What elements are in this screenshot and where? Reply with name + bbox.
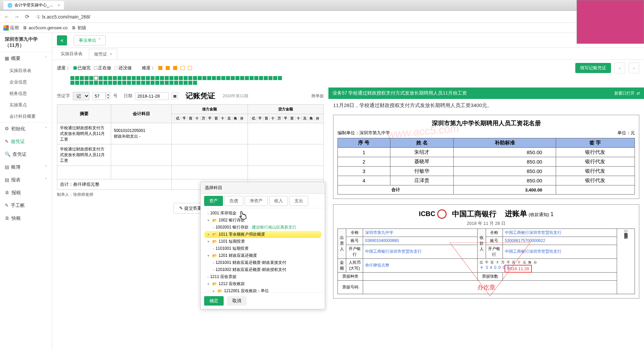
progress-cell[interactable] [103,76,107,80]
progress-cell[interactable] [212,76,216,80]
progress-cell[interactable] [89,76,93,80]
voucher-date-input[interactable] [135,92,169,100]
progress-cell[interactable] [108,76,112,80]
progress-cell[interactable] [273,76,277,80]
progress-cell[interactable] [155,76,159,80]
progress-cell[interactable] [94,76,98,80]
progress-cell[interactable] [193,76,197,80]
sidebar-item-focus[interactable]: 实操重点 [0,99,52,111]
voucher-char-select[interactable]: 记 [73,92,90,100]
progress-cell[interactable] [146,81,150,85]
sidebar-section-reports[interactable]: ▤报表 ˅ [0,174,52,186]
progress-cell[interactable] [174,81,178,85]
close-icon[interactable]: × [110,51,112,57]
progress-cell[interactable] [169,81,173,85]
progress-cell[interactable] [264,76,268,80]
popup-tab[interactable]: 净资产 [245,196,268,206]
sidebar-section-overview[interactable]: ▦概要 ˄ [0,52,52,65]
progress-cell[interactable] [85,81,89,85]
forward-button[interactable]: → [13,13,20,20]
progress-cell[interactable] [235,76,239,80]
popup-tab[interactable]: 支出 [289,196,308,206]
tree-node[interactable]: ▾📂1201 财政应返还额度 [204,252,321,259]
progress-cell[interactable] [89,81,93,85]
progress-cell[interactable] [202,76,206,80]
progress-cell[interactable] [231,76,235,80]
url-bar[interactable]: ① lx.acc5.com/main_268/ [34,13,641,21]
progress-cell[interactable] [221,76,225,80]
progress-cell[interactable] [113,81,117,85]
summary-cell[interactable]: 学校通过财政授权支付方式发放长期聘用人员11月工资 [57,123,111,144]
progress-cell[interactable] [245,76,249,80]
tree-node[interactable]: ▫1211 应收票据 [204,273,321,280]
tree-node[interactable]: ▾📂1011 零余额账户用款额度 [204,231,321,238]
progress-cell[interactable] [160,76,164,80]
progress-cell[interactable] [85,76,89,80]
sidebar-section-tax-report[interactable]: 🗎报税 [0,186,52,199]
close-icon[interactable]: × [58,3,60,8]
progress-cell[interactable] [136,76,140,80]
tree-node[interactable]: ▸📂1212001 应收账款 - 单位 [204,287,321,292]
tree-node[interactable]: ▫1001 库存现金 [204,210,321,217]
progress-cell[interactable] [141,76,145,80]
tree-toggle-icon[interactable]: ▾ [207,254,211,257]
progress-cell[interactable] [198,76,202,80]
sidebar-item-tax[interactable]: 税务信息 [0,88,52,99]
progress-cell[interactable] [94,81,98,85]
debit-cell[interactable] [172,123,248,144]
progress-cell[interactable] [184,76,188,80]
progress-cell[interactable] [80,81,84,85]
tree-node[interactable]: ▫1101001 短期投资 [204,245,321,252]
progress-cell[interactable] [268,76,272,80]
popup-tab[interactable]: 资产 [204,196,223,206]
prev-button[interactable]: ‹ [614,63,625,73]
apps-button[interactable]: 应用 [3,25,19,31]
progress-cell[interactable] [99,76,103,80]
progress-cell[interactable] [207,76,211,80]
account-tree[interactable]: ▫1001 库存现金▾📂1002 银行存款▫1002001 银行存款建设银行南山… [201,208,325,292]
tree-node[interactable]: ▫1201001 财政应返还额度-财政直接支付 [204,259,321,266]
progress-cell[interactable] [80,76,84,80]
video-thumbnail[interactable] [577,0,644,44]
progress-cell[interactable] [122,76,126,80]
progress-cell[interactable] [160,81,164,85]
progress-cell[interactable] [103,81,107,85]
progress-cell[interactable] [217,76,221,80]
browser-tab[interactable]: 🌐 会计学堂实操中心_会计... × [3,1,64,9]
progress-cell[interactable] [259,76,263,80]
credit-cell[interactable] [248,144,324,166]
tab-directory[interactable]: 实操目录表 [56,48,88,59]
progress-cell[interactable] [240,76,244,80]
sidebar-item-directory[interactable]: 实操目录表 [0,65,52,76]
progress-cell[interactable] [99,81,103,85]
progress-cell[interactable] [278,76,282,80]
org-selector[interactable]: 事业单位 ˅ [74,35,106,45]
sidebar-item-accounts[interactable]: 会计科目概要 [0,111,52,122]
progress-cell[interactable] [155,81,159,85]
credit-cell[interactable] [248,123,324,144]
progress-cell[interactable] [250,76,254,80]
account-cell[interactable] [111,144,172,166]
progress-cell[interactable] [75,76,79,80]
progress-cell[interactable] [127,76,131,80]
tree-node[interactable]: ▫1201002 财政应返还额度-财政授权支付 [204,266,321,273]
progress-cell[interactable] [122,81,126,85]
progress-cell[interactable] [184,81,188,85]
progress-cell[interactable] [151,76,155,80]
tree-node[interactable]: ▾📂1101 短期投资 [204,238,321,245]
tree-toggle-icon[interactable]: ▾ [207,282,211,286]
account-cell[interactable]: 50010101205001 财政补助支出 - [111,123,172,144]
progress-cell[interactable] [169,76,173,80]
progress-cell[interactable] [254,76,258,80]
back-button[interactable]: ← [3,13,10,20]
cancel-button[interactable]: 取消 [227,296,247,306]
progress-cell[interactable] [188,76,192,80]
tree-node[interactable]: ▫1002001 银行存款建设银行南山区高新支行 [204,224,321,231]
progress-cell[interactable] [113,76,117,80]
progress-cell[interactable] [118,76,122,80]
calendar-icon[interactable]: ▦ [171,93,178,99]
progress-cell[interactable] [165,81,169,85]
progress-cell[interactable] [70,81,74,85]
tree-toggle-icon[interactable]: ▾ [207,240,211,243]
progress-cell[interactable] [70,76,74,80]
